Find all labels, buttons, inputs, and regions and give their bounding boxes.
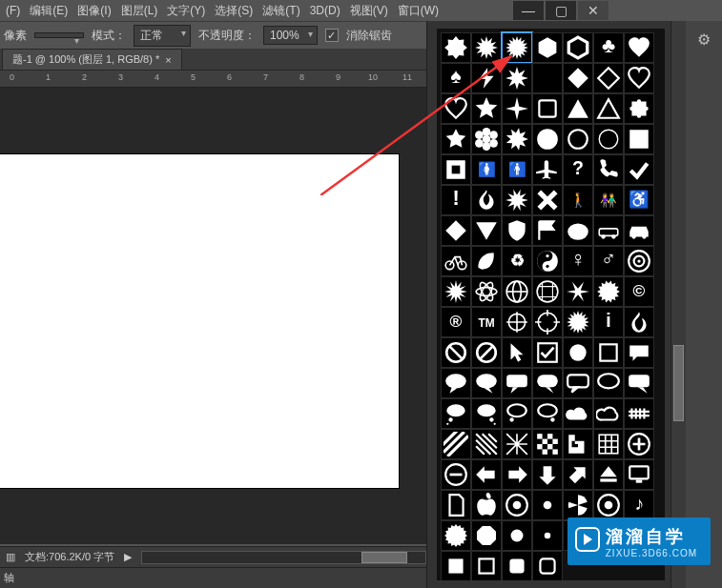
shape-no[interactable] xyxy=(441,337,471,368)
shape-circle-thin[interactable] xyxy=(593,124,624,154)
shape-hexagon[interactable] xyxy=(532,32,563,63)
shape-burst16[interactable] xyxy=(502,32,532,63)
shape-square-line[interactable] xyxy=(593,337,624,368)
shape-dot3[interactable] xyxy=(532,520,563,551)
gear-icon[interactable]: ⚙ xyxy=(697,30,711,49)
shape-heart-o[interactable] xyxy=(624,63,654,93)
shape-fire[interactable] xyxy=(624,307,654,337)
shape-registered[interactable]: ® xyxy=(441,307,471,337)
shape-cursor[interactable] xyxy=(502,337,532,368)
shape-stripes[interactable] xyxy=(441,429,471,459)
menu-text[interactable]: 文字(Y) xyxy=(167,3,205,19)
shape-asterisk[interactable] xyxy=(563,276,593,307)
shape-music[interactable]: ♪ xyxy=(624,490,654,520)
shape-woman[interactable]: 🚺 xyxy=(471,154,502,185)
shape-flower5[interactable] xyxy=(441,124,471,154)
shape-think1[interactable] xyxy=(441,398,471,429)
shape-xmark[interactable] xyxy=(532,185,563,215)
shape-grid9[interactable] xyxy=(593,429,624,459)
antialias-checkbox[interactable]: ✓ xyxy=(325,29,339,42)
shape-circle-minus[interactable] xyxy=(441,459,471,490)
document-tab[interactable]: 题-1 @ 100% (图层 1, RGB/8) * × xyxy=(2,49,182,70)
shape-club[interactable]: ♣ xyxy=(593,32,624,63)
shape-arrow-r[interactable] xyxy=(502,459,532,490)
shape-hatch[interactable] xyxy=(471,429,502,459)
horizontal-scrollbar[interactable] xyxy=(141,551,426,564)
shape-target[interactable] xyxy=(624,246,654,276)
shape-bubble[interactable] xyxy=(624,337,654,368)
shape-sq[interactable] xyxy=(441,551,471,580)
shape-arrow-l[interactable] xyxy=(471,459,502,490)
shape-oct[interactable] xyxy=(471,520,502,551)
shape-splash[interactable] xyxy=(502,185,532,215)
shape-blob[interactable] xyxy=(441,32,471,63)
shape-spade[interactable]: ♠ xyxy=(441,63,471,93)
shape-dot2[interactable] xyxy=(502,520,532,551)
maximize-button[interactable]: ▢ xyxy=(545,0,577,21)
menu-3d[interactable]: 3D(D) xyxy=(310,4,340,17)
shape-blob2[interactable] xyxy=(563,215,593,246)
shape-bolt[interactable] xyxy=(471,63,502,93)
shape-triangle[interactable] xyxy=(563,93,593,124)
shape-puzzle[interactable] xyxy=(624,93,654,124)
shape-radio[interactable] xyxy=(593,490,624,520)
shape-exclaim[interactable]: ! xyxy=(441,185,471,215)
shape-diamond-o[interactable] xyxy=(593,63,624,93)
shape-diamond2[interactable] xyxy=(441,215,471,246)
shape-sq2[interactable] xyxy=(471,551,502,580)
shape-car-o[interactable] xyxy=(593,215,624,246)
shape-badge[interactable] xyxy=(593,276,624,307)
shape-info-i[interactable]: i xyxy=(593,307,624,337)
shape-crosshair[interactable] xyxy=(502,307,532,337)
shape-flower6[interactable] xyxy=(471,124,502,154)
shape-doc[interactable] xyxy=(441,490,471,520)
shape-think3[interactable] xyxy=(502,398,532,429)
shape-bike[interactable] xyxy=(441,246,471,276)
shape-bubble2[interactable] xyxy=(441,368,471,398)
shape-heart-line[interactable] xyxy=(441,93,471,124)
shape-moon[interactable] xyxy=(532,63,563,93)
shape-globe[interactable] xyxy=(502,276,532,307)
shape-star8[interactable] xyxy=(502,63,532,93)
shape-arrow-d[interactable] xyxy=(532,459,563,490)
shape-burst[interactable] xyxy=(441,276,471,307)
panel-scrollbar[interactable] xyxy=(670,21,686,588)
shape-phone[interactable] xyxy=(593,154,624,185)
shape-atom[interactable] xyxy=(471,276,502,307)
scrollbar-thumb[interactable] xyxy=(673,345,684,421)
shape-sun3[interactable] xyxy=(563,307,593,337)
shape-cloud[interactable] xyxy=(563,398,593,429)
shape-leaf[interactable] xyxy=(471,246,502,276)
shape-greek[interactable] xyxy=(563,429,593,459)
shape-no2[interactable] xyxy=(471,337,502,368)
shape-checkbox[interactable] xyxy=(532,337,563,368)
shape-cloud2[interactable] xyxy=(593,398,624,429)
shape-square-inset[interactable] xyxy=(441,154,471,185)
shape-people[interactable]: 👫 xyxy=(593,185,624,215)
shape-eject[interactable] xyxy=(593,459,624,490)
scrollbar-thumb[interactable] xyxy=(361,552,407,563)
shape-yinyang[interactable] xyxy=(532,246,563,276)
shape-bubble6[interactable] xyxy=(563,368,593,398)
shape-square[interactable] xyxy=(624,124,654,154)
shape-heart[interactable] xyxy=(624,32,654,63)
shape-circle-o[interactable] xyxy=(563,124,593,154)
shape-female[interactable]: ♀ xyxy=(563,246,593,276)
shape-car[interactable] xyxy=(624,215,654,246)
shape-flag[interactable] xyxy=(532,215,563,246)
shape-x-lines[interactable] xyxy=(502,429,532,459)
shape-dot[interactable] xyxy=(532,490,563,520)
shape-check[interactable] xyxy=(624,154,654,185)
shape-sparkle[interactable] xyxy=(502,93,532,124)
menu-view[interactable]: 视图(V) xyxy=(350,3,388,19)
shape-question[interactable]: ? xyxy=(563,154,593,185)
shape-recycle[interactable]: ♻ xyxy=(502,246,532,276)
shape-diamond[interactable] xyxy=(563,63,593,93)
shape-tm[interactable]: TM xyxy=(471,307,502,337)
shape-star5[interactable] xyxy=(471,93,502,124)
shape-walk[interactable]: 🚶 xyxy=(563,185,593,215)
shape-sq3[interactable] xyxy=(502,551,532,580)
shape-checker[interactable] xyxy=(532,429,563,459)
shape-blank[interactable] xyxy=(563,337,593,368)
menu-edit[interactable]: 编辑(E) xyxy=(30,3,68,19)
